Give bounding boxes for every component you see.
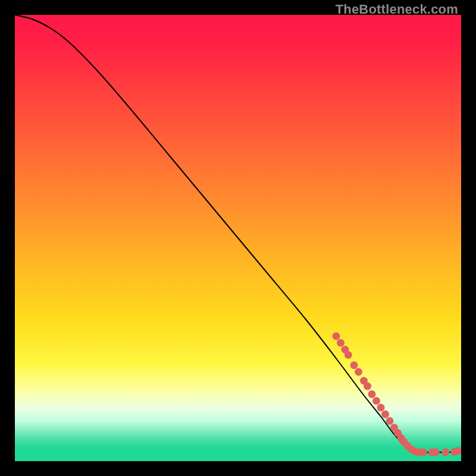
highlight-dot bbox=[372, 397, 380, 405]
highlight-dot bbox=[345, 351, 352, 359]
highlight-dot bbox=[432, 449, 440, 456]
highlight-dot bbox=[333, 333, 340, 340]
highlight-dot bbox=[386, 417, 394, 425]
chart-stage: TheBottleneck.com bbox=[0, 0, 476, 476]
highlight-dot bbox=[350, 361, 358, 369]
highlight-dot bbox=[337, 339, 345, 347]
highlight-dot bbox=[377, 404, 385, 412]
bottleneck-curve bbox=[15, 15, 461, 453]
highlight-dot bbox=[364, 383, 371, 390]
highlight-dot bbox=[419, 449, 427, 456]
highlight-dot bbox=[355, 368, 362, 376]
curve-overlay bbox=[15, 15, 461, 461]
highlight-dot bbox=[368, 390, 376, 398]
highlight-dot bbox=[441, 449, 449, 456]
highlight-dot bbox=[381, 411, 389, 418]
